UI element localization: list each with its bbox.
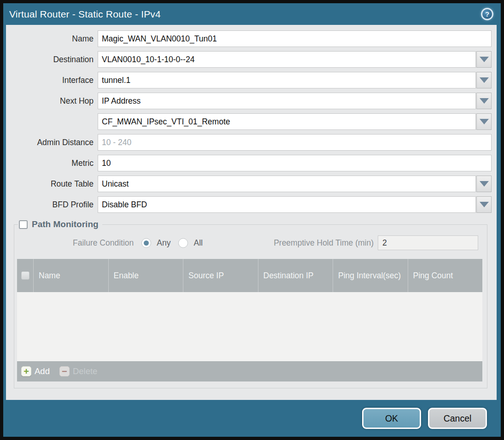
- route-table-dropdown-button[interactable]: [476, 176, 492, 192]
- bfd-profile-dropdown-button[interactable]: [476, 196, 492, 213]
- interface-label: Interface: [6, 76, 98, 85]
- admin-distance-input[interactable]: [98, 134, 492, 151]
- table-header: Name Enable Source IP Destination IP Pin…: [17, 259, 482, 292]
- table-footer: + Add − Delete: [17, 361, 482, 381]
- add-button[interactable]: + Add: [21, 366, 50, 376]
- chevron-down-icon: [480, 57, 489, 62]
- path-monitoring-checkbox[interactable]: [19, 220, 28, 229]
- select-all-cell: [17, 259, 33, 292]
- column-header-ping-interval[interactable]: Ping Interval(sec): [333, 259, 408, 292]
- plus-icon: +: [21, 366, 31, 376]
- next-hop-type-input[interactable]: [98, 93, 476, 109]
- column-header-enable[interactable]: Enable: [108, 259, 183, 292]
- failure-condition-all-label: All: [193, 238, 202, 248]
- bfd-profile-row: BFD Profile: [6, 196, 492, 213]
- name-label: Name: [6, 34, 98, 44]
- bfd-profile-label: BFD Profile: [6, 200, 98, 210]
- help-icon[interactable]: ?: [481, 8, 493, 20]
- failure-condition-label: Failure Condition: [73, 238, 134, 248]
- destination-input[interactable]: [98, 51, 476, 68]
- dialog-footer: OK Cancel: [3, 400, 501, 437]
- name-row: Name: [6, 30, 492, 47]
- static-route-dialog: Virtual Router - Static Route - IPv4 ? N…: [0, 0, 504, 440]
- failure-condition-row: Failure Condition Any All Preemptive Hol…: [17, 235, 483, 251]
- dialog-title: Virtual Router - Static Route - IPv4: [9, 9, 161, 20]
- delete-button-label: Delete: [73, 366, 97, 376]
- interface-dropdown-button[interactable]: [476, 72, 492, 88]
- column-header-destination-ip[interactable]: Destination IP: [258, 259, 333, 292]
- chevron-down-icon: [480, 202, 489, 207]
- metric-row: Metric: [6, 155, 492, 171]
- chevron-down-icon: [480, 98, 489, 104]
- minus-icon: −: [59, 366, 70, 376]
- failure-condition-all-radio[interactable]: [178, 238, 188, 248]
- delete-button[interactable]: − Delete: [59, 366, 97, 376]
- column-header-source-ip[interactable]: Source IP: [183, 259, 258, 292]
- cancel-button[interactable]: Cancel: [428, 408, 487, 429]
- path-monitoring-title: Path Monitoring: [32, 219, 99, 229]
- next-hop-label: Next Hop: [6, 96, 98, 106]
- chevron-down-icon: [480, 77, 489, 83]
- route-table-row: Route Table: [6, 176, 492, 192]
- interface-row: Interface: [6, 72, 492, 88]
- column-header-ping-count[interactable]: Ping Count: [408, 259, 483, 292]
- destination-row: Destination: [6, 51, 492, 68]
- next-hop-type-dropdown-button[interactable]: [476, 93, 492, 109]
- chevron-down-icon: [480, 181, 489, 187]
- interface-input[interactable]: [98, 72, 476, 88]
- column-header-name[interactable]: Name: [33, 259, 108, 292]
- failure-condition-any-radio[interactable]: [141, 238, 151, 248]
- path-monitoring-legend: Path Monitoring: [18, 219, 102, 229]
- next-hop-address-row: [6, 113, 492, 130]
- chevron-down-icon: [480, 119, 489, 124]
- route-table-label: Route Table: [6, 179, 98, 189]
- admin-distance-row: Admin Distance: [6, 134, 492, 151]
- next-hop-address-dropdown-button[interactable]: [476, 113, 492, 130]
- admin-distance-label: Admin Distance: [6, 138, 98, 147]
- name-input[interactable]: [98, 30, 492, 47]
- select-all-checkbox[interactable]: [21, 271, 29, 280]
- bfd-profile-input[interactable]: [98, 196, 476, 213]
- path-monitoring-section: Path Monitoring Failure Condition Any Al…: [14, 219, 487, 388]
- add-button-label: Add: [35, 366, 50, 376]
- titlebar: Virtual Router - Static Route - IPv4 ?: [3, 3, 501, 25]
- ok-button[interactable]: OK: [362, 408, 421, 429]
- destination-dropdown-button[interactable]: [476, 51, 492, 68]
- failure-condition-any-label: Any: [157, 238, 170, 248]
- metric-input[interactable]: [98, 155, 492, 171]
- next-hop-address-input[interactable]: [98, 113, 476, 130]
- path-monitoring-table: Name Enable Source IP Destination IP Pin…: [17, 259, 482, 381]
- metric-label: Metric: [6, 158, 98, 168]
- destination-label: Destination: [6, 55, 98, 65]
- preemptive-hold-time-input[interactable]: [378, 235, 478, 250]
- dialog-content: Name Destination Interface: [6, 25, 497, 400]
- next-hop-row: Next Hop: [6, 93, 492, 109]
- route-table-input[interactable]: [98, 176, 476, 192]
- table-body-empty: [17, 292, 482, 361]
- preemptive-hold-time-label: Preemptive Hold Time (min): [274, 238, 374, 248]
